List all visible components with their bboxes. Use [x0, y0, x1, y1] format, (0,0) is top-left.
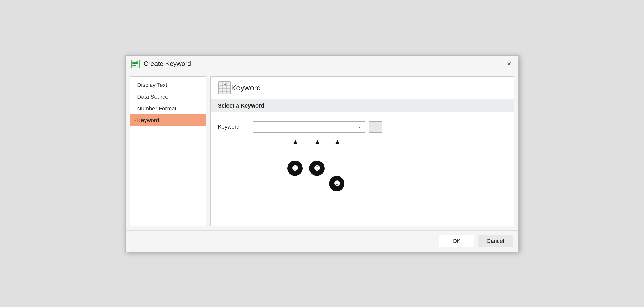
browse-button[interactable]: ...: [369, 121, 382, 133]
sidebar-item-label: Display Text: [137, 82, 167, 88]
dialog-title: Create Keyword: [144, 60, 505, 68]
annotations-area: ❶ ❷ ❸: [218, 140, 507, 217]
chevron-down-icon: ⌄: [358, 124, 362, 130]
create-keyword-dialog: <> Create Keyword × Display Text Data So…: [125, 55, 519, 252]
dialog-body: Display Text Data Source Number Format K…: [126, 72, 518, 230]
sidebar-item-label: Keyword: [137, 117, 159, 124]
sidebar: Display Text Data Source Number Format K…: [130, 76, 206, 226]
arrow-head-1: [293, 140, 297, 144]
keyword-dropdown[interactable]: ⌄: [253, 121, 365, 133]
svg-text:<>: <>: [136, 61, 138, 63]
content-panel: <> Keyword Select a Keyword Keyword ⌄ ..…: [210, 76, 514, 226]
panel-header-title: Keyword: [231, 84, 261, 92]
svg-rect-2: [132, 63, 138, 64]
badge-3: ❸: [329, 176, 344, 191]
arrow-head-2: [315, 140, 319, 144]
keyword-form-row: Keyword ⌄ ...: [218, 121, 507, 133]
sidebar-item-display-text[interactable]: Display Text: [130, 79, 206, 91]
badge-2: ❷: [309, 161, 325, 176]
title-bar: <> Create Keyword ×: [126, 56, 518, 72]
section-title: Select a Keyword: [218, 102, 264, 109]
panel-content: Keyword ⌄ ... ❶: [211, 112, 514, 226]
section-header: Select a Keyword: [211, 99, 514, 112]
panel-header: <> Keyword: [211, 77, 514, 99]
close-button[interactable]: ×: [505, 59, 513, 68]
sidebar-item-label: Number Format: [137, 105, 176, 112]
badge-1: ❶: [287, 161, 303, 176]
sidebar-item-data-source[interactable]: Data Source: [130, 91, 206, 103]
sidebar-item-number-format[interactable]: Number Format: [130, 103, 206, 114]
cancel-button[interactable]: Cancel: [478, 235, 513, 247]
arrow-line-3: [337, 140, 337, 176]
dialog-icon: <>: [131, 59, 140, 68]
keyword-icon: <>: [218, 81, 231, 95]
keyword-label: Keyword: [218, 124, 248, 130]
svg-rect-3: [132, 65, 136, 66]
dialog-footer: OK Cancel: [126, 230, 518, 252]
sidebar-item-label: Data Source: [137, 93, 168, 100]
svg-text:<>: <>: [224, 83, 227, 85]
ok-button[interactable]: OK: [439, 235, 474, 247]
sidebar-item-keyword[interactable]: Keyword: [130, 114, 206, 126]
arrow-head-3: [335, 140, 339, 144]
